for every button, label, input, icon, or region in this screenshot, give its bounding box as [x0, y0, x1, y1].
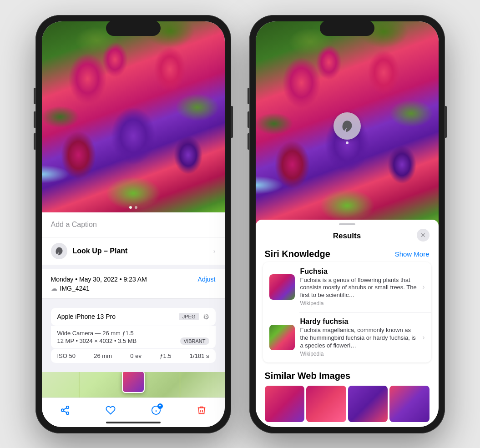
camera-type: Wide Camera — 26 mm ƒ1.5	[57, 330, 209, 337]
caption-placeholder[interactable]: Add a Caption	[51, 221, 97, 228]
right-phone: Results ✕ Siri Knowledge Show More	[249, 15, 445, 433]
device-name: Apple iPhone 13 Pro	[57, 313, 116, 320]
lookup-text: Look Up – Plant	[73, 247, 128, 255]
page-dot-2	[135, 206, 137, 209]
map-thumbnail	[42, 372, 225, 398]
iso-value: ISO 50	[57, 352, 76, 359]
device-badges: JPEG ⚙	[179, 312, 209, 321]
lookup-subject: Plant	[110, 247, 127, 255]
knowledge-card: Fuchsia Fuchsia is a genus of flowering …	[263, 262, 431, 362]
exif-row: ISO 50 26 mm 0 ev ƒ1.5 1/181 s	[51, 349, 216, 363]
delete-button[interactable]	[197, 405, 207, 418]
location-row: ☁ IMG_4241	[51, 285, 216, 292]
results-title: Results	[333, 232, 361, 241]
right-screen: Results ✕ Siri Knowledge Show More	[256, 21, 439, 427]
left-phone: Add a Caption Look Up – Plant › Monday	[35, 15, 231, 433]
fuchsia-source: Wikipedia	[300, 300, 419, 307]
page-dot-1	[129, 206, 132, 209]
ev-value: 0 ev	[130, 352, 141, 359]
hardy-chevron-icon: ›	[422, 333, 424, 342]
similar-images-row	[265, 386, 429, 422]
lookup-chevron-icon: ›	[213, 247, 216, 255]
fuchsia-content: Fuchsia Fuchsia is a genus of flowering …	[300, 267, 419, 307]
similar-title: Similar Web Images	[265, 371, 429, 381]
hardy-desc: Fuchsia magellanica, commonly known as t…	[300, 327, 419, 350]
close-button[interactable]: ✕	[417, 229, 429, 242]
hardy-name: Hardy fuchsia	[300, 317, 419, 326]
fuchsia-name: Fuchsia	[300, 267, 419, 276]
flower-image-left[interactable]	[42, 21, 225, 212]
similar-image-2[interactable]	[306, 386, 346, 422]
map-section[interactable]	[42, 372, 225, 398]
jpeg-badge: JPEG	[179, 313, 199, 320]
info-badge: ✦	[157, 403, 163, 409]
info-section: Monday • May 30, 2022 • 9:23 AM Adjust ☁…	[42, 269, 225, 299]
lookup-label: Look Up –	[73, 247, 108, 255]
megapixels-text: 12 MP • 3024 × 4032 • 3.5 MB	[57, 337, 137, 344]
gear-icon[interactable]: ⚙	[203, 312, 209, 321]
similar-section: Similar Web Images	[256, 367, 439, 425]
filename-text: IMG_4241	[60, 285, 90, 292]
similar-image-1[interactable]	[265, 386, 305, 422]
favorite-button[interactable]	[106, 405, 116, 418]
megapixel-row: 12 MP • 3024 × 4032 • 3.5 MB VIBRANT	[57, 337, 209, 345]
siri-knowledge-title: Siri Knowledge	[265, 249, 330, 259]
show-more-button[interactable]: Show More	[395, 250, 429, 258]
leaf-icon	[55, 247, 64, 256]
heart-icon	[106, 405, 116, 418]
home-bar	[106, 422, 161, 423]
siri-leaf-icon	[341, 120, 354, 132]
trash-icon	[197, 405, 207, 418]
phones-container: Add a Caption Look Up – Plant › Monday	[35, 15, 445, 433]
shutter-value: 1/181 s	[190, 352, 209, 359]
lookup-icon	[51, 243, 67, 259]
left-screen: Add a Caption Look Up – Plant › Monday	[42, 21, 225, 427]
vibrant-badge: VIBRANT	[180, 337, 209, 345]
camera-details: Wide Camera — 26 mm ƒ1.5 12 MP • 3024 × …	[51, 326, 216, 348]
siri-knowledge-header: Siri Knowledge Show More	[256, 245, 439, 262]
page-dots	[129, 206, 137, 209]
close-icon: ✕	[420, 232, 426, 239]
share-icon	[60, 405, 70, 418]
info-button[interactable]: ✦	[151, 405, 161, 418]
aperture-value: ƒ1.5	[160, 352, 171, 359]
hardy-source: Wikipedia	[300, 351, 419, 357]
device-section: Apple iPhone 13 Pro JPEG ⚙ Wide Camera —…	[42, 302, 225, 368]
right-notch	[320, 20, 374, 36]
results-header: Results ✕	[256, 225, 439, 245]
cloud-icon: ☁	[51, 285, 57, 292]
similar-image-3[interactable]	[348, 386, 388, 422]
results-panel[interactable]: Results ✕ Siri Knowledge Show More	[256, 220, 439, 427]
info-icon: ✦	[151, 405, 161, 418]
hardy-thumbnail	[269, 325, 295, 350]
lookup-row[interactable]: Look Up – Plant ›	[42, 237, 225, 265]
knowledge-item-fuchsia[interactable]: Fuchsia Fuchsia is a genus of flowering …	[263, 262, 431, 312]
similar-image-4[interactable]	[389, 386, 429, 422]
share-button[interactable]	[60, 405, 70, 418]
adjust-button[interactable]: Adjust	[198, 276, 216, 283]
date-text: Monday • May 30, 2022 • 9:23 AM	[51, 276, 147, 283]
fuchsia-chevron-icon: ›	[422, 283, 424, 291]
siri-button[interactable]	[333, 112, 361, 140]
knowledge-item-hardy[interactable]: Hardy fuchsia Fuchsia magellanica, commo…	[263, 312, 431, 362]
left-notch	[106, 20, 161, 36]
focal-value: 26 mm	[94, 352, 112, 359]
date-row: Monday • May 30, 2022 • 9:23 AM Adjust	[51, 276, 216, 283]
caption-area[interactable]: Add a Caption	[42, 212, 225, 237]
fuchsia-thumbnail	[269, 274, 295, 300]
fuchsia-desc: Fuchsia is a genus of flowering plants t…	[300, 277, 419, 300]
flower-image-right[interactable]	[256, 21, 439, 226]
device-header-row: Apple iPhone 13 Pro JPEG ⚙	[51, 308, 216, 326]
hardy-content: Hardy fuchsia Fuchsia magellanica, commo…	[300, 317, 419, 357]
map-photo-thumb	[122, 372, 145, 393]
